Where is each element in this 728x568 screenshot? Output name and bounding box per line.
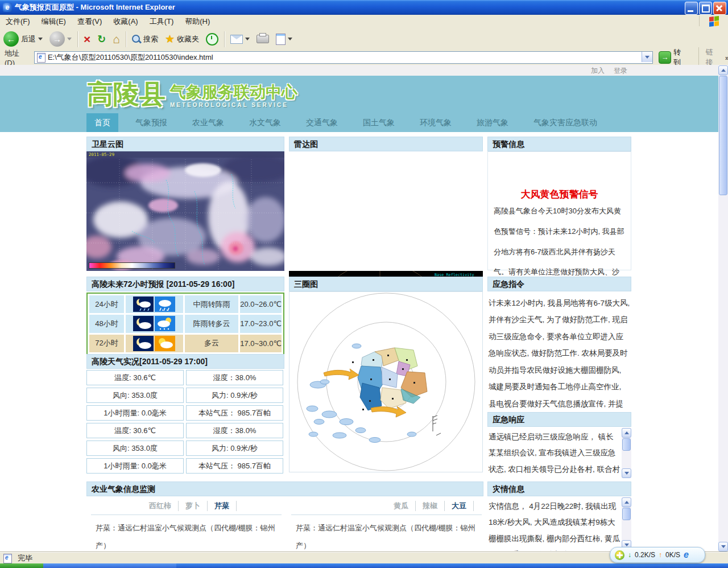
minimize-button[interactable] bbox=[685, 2, 698, 15]
print-button[interactable] bbox=[253, 30, 272, 48]
restore-button[interactable] bbox=[699, 2, 712, 15]
back-icon: ← bbox=[3, 31, 19, 47]
satellite-image: 2011-05-29 bbox=[86, 151, 284, 271]
radar-panel-title: 雷达图 bbox=[289, 137, 483, 151]
satellite-panel-title: 卫星云图 bbox=[86, 137, 284, 151]
back-button[interactable]: ← 后退 bbox=[0, 30, 46, 48]
page-scrollbar[interactable] bbox=[718, 65, 728, 552]
night-cloud-icon bbox=[133, 316, 154, 331]
history-button[interactable] bbox=[202, 30, 222, 48]
mail-icon bbox=[230, 35, 243, 44]
menu-tools[interactable]: 工具(T) bbox=[144, 17, 180, 27]
menu-edit[interactable]: 编辑(E) bbox=[36, 17, 72, 27]
ie-window: e 气象预报页面原型 - Microsoft Internet Explorer… bbox=[0, 0, 728, 568]
agri-tab-radish[interactable]: 萝卜 bbox=[179, 501, 208, 511]
forecast-table: 24小时 中雨转阵雨 20.0~26.0℃ 48小时 bbox=[86, 293, 284, 355]
page-icon bbox=[37, 53, 46, 63]
title-bar: e 气象预报页面原型 - Microsoft Internet Explorer bbox=[0, 0, 728, 15]
search-button[interactable]: 搜索 bbox=[129, 30, 162, 48]
agri-tabs-left: 西红柿 萝卜 芹菜 bbox=[142, 501, 237, 511]
close-button[interactable] bbox=[713, 2, 726, 15]
mail-dropdown-icon[interactable] bbox=[245, 38, 250, 40]
scroll-thumb[interactable] bbox=[622, 438, 631, 451]
forecast-panel-title: 高陵未来72小时预报 [2011-05-29 16:00] bbox=[86, 277, 284, 291]
live-cell: 本站气压： 985.7百帕 bbox=[186, 405, 283, 421]
edit-dropdown-icon[interactable] bbox=[288, 38, 292, 40]
quick-launch bbox=[43, 563, 176, 568]
windows-flag-icon bbox=[699, 16, 723, 26]
warning-headline: 大风黄色预警信号 bbox=[488, 182, 631, 208]
agri-tab-soybean[interactable]: 大豆 bbox=[445, 501, 474, 511]
forward-button[interactable]: → bbox=[46, 30, 75, 48]
scroll-up-icon[interactable] bbox=[622, 428, 631, 438]
agri-tab-pepper[interactable]: 辣椒 bbox=[416, 501, 445, 511]
back-dropdown-icon[interactable] bbox=[38, 38, 43, 40]
disaster-scrollbar[interactable] bbox=[622, 497, 631, 550]
logo-english: METEOROLOGICAL SERVICE bbox=[170, 102, 297, 108]
stop-icon: × bbox=[84, 34, 90, 44]
start-button[interactable] bbox=[0, 563, 43, 568]
login-link[interactable]: 登录 bbox=[614, 66, 627, 76]
nav-home[interactable]: 首页 bbox=[86, 113, 118, 132]
live-cell: 1小时雨量: 0.0毫米 bbox=[86, 458, 184, 474]
refresh-button[interactable]: ↻ bbox=[94, 30, 109, 48]
forecast-temp: 20.0~26.0℃ bbox=[240, 295, 282, 313]
net-speed-widget[interactable]: ↓ 0.2K/S ↑ 0K/S e bbox=[610, 547, 705, 563]
response-scrollbar[interactable] bbox=[622, 428, 631, 478]
disaster-panel-title: 灾情信息 bbox=[487, 481, 631, 496]
menu-file[interactable]: 文件(F) bbox=[0, 17, 36, 27]
nav-hydrology[interactable]: 水文气象 bbox=[241, 113, 289, 132]
nav-tourism[interactable]: 旅游气象 bbox=[469, 113, 516, 132]
forecast-period: 48小时 bbox=[89, 315, 124, 332]
scroll-down-icon[interactable] bbox=[622, 468, 631, 478]
page-scroll-thumb[interactable] bbox=[719, 76, 727, 195]
site-logo: 高陵县 气象服务联动中心 METEOROLOGICAL SERVICE bbox=[87, 79, 297, 109]
live-cell: 风向: 353.0度 bbox=[86, 441, 184, 456]
menu-favorites[interactable]: 收藏(A) bbox=[107, 17, 143, 27]
360-safety-icon[interactable] bbox=[615, 550, 624, 560]
address-dropdown-icon[interactable] bbox=[642, 52, 652, 62]
forecast-period: 24小时 bbox=[89, 295, 124, 313]
links-chevron-icon[interactable]: » bbox=[725, 53, 728, 62]
menu-help[interactable]: 帮助(H) bbox=[179, 17, 216, 27]
page-scroll-up-icon[interactable] bbox=[718, 65, 728, 75]
response-panel-body: 通远镇已经启动三级应急响应， 镇长某某组织会议, 宣布我镇进入三级应急状态, 农… bbox=[487, 427, 631, 479]
home-button[interactable]: ⌂ bbox=[109, 30, 123, 48]
download-speed: 0.2K/S bbox=[635, 551, 655, 559]
toolbar-separator bbox=[224, 31, 225, 47]
ie-tray-icon[interactable]: e bbox=[684, 550, 689, 560]
taskbar[interactable] bbox=[0, 563, 728, 568]
nav-environment[interactable]: 环境气象 bbox=[412, 113, 460, 132]
nav-weather-forecast[interactable]: 气象预报 bbox=[127, 113, 175, 132]
agri-divider bbox=[91, 515, 282, 515]
command-panel-body: 计未来12小时内, 我县局地将有6-7级大风, 并伴有沙尘天气, 为了做好防范工… bbox=[487, 291, 631, 412]
address-input[interactable]: E:\气象台\原型20110530\原型20110530\index.html bbox=[34, 51, 653, 64]
mail-button[interactable] bbox=[227, 30, 253, 48]
nav-traffic[interactable]: 交通气象 bbox=[298, 113, 346, 132]
day-shower-icon bbox=[155, 316, 175, 331]
scroll-up-icon[interactable] bbox=[622, 497, 631, 507]
nav-land[interactable]: 国土气象 bbox=[355, 113, 403, 132]
forward-dropdown-icon[interactable] bbox=[67, 38, 72, 40]
nav-agriculture[interactable]: 农业气象 bbox=[184, 113, 232, 132]
agri-tab-tomato[interactable]: 西红柿 bbox=[142, 501, 179, 511]
menu-view[interactable]: 查看(V) bbox=[72, 17, 107, 27]
agri-tab-celery[interactable]: 芹菜 bbox=[208, 501, 237, 511]
satellite-caption: 2011-05-29 bbox=[89, 152, 114, 157]
page-scroll-down-icon[interactable] bbox=[718, 542, 728, 551]
stop-button[interactable]: × bbox=[80, 30, 94, 48]
search-label: 搜索 bbox=[143, 34, 158, 44]
live-cell: 温度: 30.6℃ bbox=[86, 370, 184, 385]
scroll-thumb[interactable] bbox=[622, 508, 631, 520]
nav-disaster-linkage[interactable]: 气象灾害应急联动 bbox=[526, 113, 605, 132]
ie-logo-icon: e bbox=[3, 3, 12, 12]
live-cell: 本站气压： 985.7百帕 bbox=[186, 458, 283, 474]
favorites-button[interactable]: ★ 收藏夹 bbox=[162, 30, 202, 48]
agri-panel-title: 农业气象信息监测 bbox=[86, 481, 483, 496]
browser-toolbar: ← 后退 → × ↻ ⌂ 搜索 ★ 收藏夹 bbox=[0, 28, 728, 51]
main-nav: 首页 气象预报 农业气象 水文气象 交通气象 国土气象 环境气象 旅游气象 气象… bbox=[0, 113, 718, 132]
live-cell: 温度: 30.6℃ bbox=[86, 423, 184, 438]
edit-button[interactable] bbox=[272, 30, 296, 48]
join-link[interactable]: 加入 bbox=[591, 66, 605, 76]
agri-tab-cucumber[interactable]: 黄瓜 bbox=[387, 501, 416, 511]
